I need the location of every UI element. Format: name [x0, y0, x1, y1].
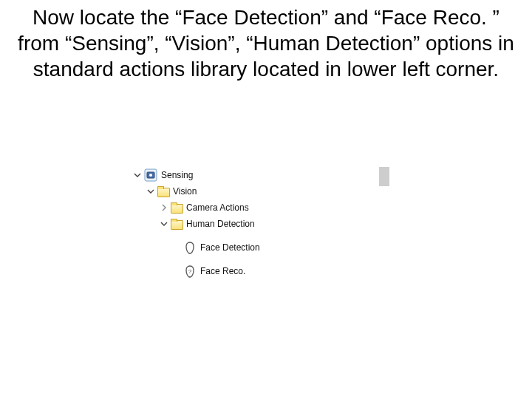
tree-label: Sensing [161, 170, 193, 180]
chevron-down-icon[interactable] [146, 187, 155, 196]
chevron-down-icon[interactable] [133, 171, 142, 180]
tree-row-sensing[interactable]: Sensing [133, 167, 377, 183]
tree-row-vision[interactable]: Vision [133, 183, 377, 200]
svg-point-2 [149, 174, 152, 177]
face-question-icon: ? [184, 265, 196, 278]
chevron-placeholder [173, 267, 182, 276]
tree-row-face-detection[interactable]: Face Detection [133, 239, 377, 256]
tree-label: Face Detection [200, 242, 260, 253]
tree-row-face-reco[interactable]: ? Face Reco. [133, 263, 377, 279]
svg-text:?: ? [188, 268, 192, 275]
chevron-down-icon[interactable] [160, 219, 168, 228]
chevron-placeholder [173, 243, 182, 252]
scrollbar-thumb[interactable] [379, 167, 389, 186]
chevron-right-icon[interactable] [160, 203, 168, 212]
tree-label: Human Detection [186, 219, 255, 229]
tree-row-human-detection[interactable]: Human Detection [133, 216, 377, 232]
tree-label: Camera Actions [186, 202, 249, 213]
tree-label: Vision [173, 186, 197, 197]
tree-label: Face Reco. [200, 266, 245, 276]
sensing-icon [144, 168, 157, 182]
folder-icon [171, 219, 183, 229]
tree-row-camera-actions[interactable]: Camera Actions [133, 200, 377, 216]
instruction-text: Now locate the “Face Detection” and “Fac… [0, 0, 532, 82]
folder-icon [157, 186, 169, 197]
face-outline-icon [184, 241, 196, 254]
actions-tree: Sensing Vision Camera Actions Human Dete… [133, 167, 377, 279]
folder-icon [171, 202, 183, 213]
